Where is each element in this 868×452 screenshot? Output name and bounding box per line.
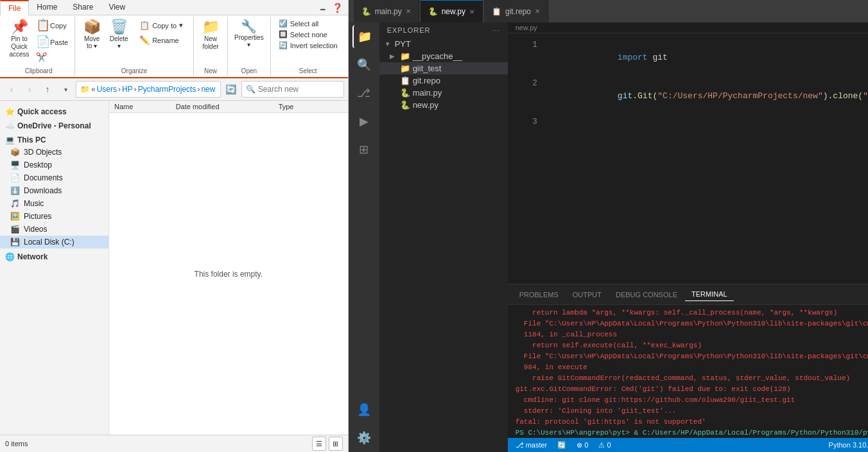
delete-button[interactable]: 🗑️ Delete ▾ [106,18,132,51]
code-editor[interactable]: 1 import git 2 git.Git("C:/Users/HP/Pych… [508,33,868,284]
move-to-button[interactable]: 📦 Move to ▾ [79,18,105,51]
search-input[interactable] [258,85,340,94]
breadcrumb-new-py[interactable]: new.py [516,24,537,31]
new-folder-icon: 📁 [202,20,220,34]
sidebar-item-local-disk[interactable]: 💾 Local Disk (C:) [0,236,108,248]
select-all-button[interactable]: ☑️ Select all [275,18,342,29]
account-activity[interactable]: 👤 [352,398,376,421]
close-git-repo[interactable]: ✕ [535,8,540,15]
col-name[interactable]: Name [114,103,176,110]
quick-access-icon: ⭐ [5,107,15,116]
sidebar-item-music[interactable]: 🎵 Music [0,197,108,210]
col-date[interactable]: Date modified [176,103,279,110]
terminal-line: git.exc.GitCommandError: Cmd('git') fail… [516,384,868,395]
extensions-activity[interactable]: ⊞ [352,138,376,161]
python-version[interactable]: Python 3.10.6 64-bit [826,441,868,449]
sidebar-item-pictures[interactable]: 🖼️ Pictures [0,210,108,223]
tab-terminal[interactable]: TERMINAL [685,288,734,301]
tab-output[interactable]: OUTPUT [566,288,608,301]
properties-button[interactable]: 🔧 Properties ▾ [232,18,266,50]
copy-to-button[interactable]: 📋 Copy to ▾ [135,19,187,31]
desktop-icon: 🖥️ [10,161,20,170]
tree-git-repo[interactable]: 📋 git.repo [379,74,508,87]
sidebar-item-documents[interactable]: 📄 Documents [0,171,108,184]
col-type[interactable]: Type [279,103,343,110]
documents-icon: 📄 [10,173,20,182]
network-header[interactable]: 🌐 Network [0,248,108,263]
open-group: 🔧 Properties ▾ Open [228,17,271,76]
tab-problems[interactable]: PROBLEMS [513,288,565,301]
quick-access-header[interactable]: ⭐ Quick access [0,103,108,117]
refresh-button[interactable]: 🔄 [223,82,239,97]
terminal-tabs: PROBLEMS OUTPUT DEBUG CONSOLE TERMINAL 2… [508,284,868,305]
search-icon: 🔍 [246,85,256,94]
pin-to-quick-access-button[interactable]: 📌 Pin to Quickaccess [6,18,32,60]
item-count: 0 items [5,440,28,448]
this-pc-header[interactable]: 💻 This PC [0,132,108,146]
explorer-activity[interactable]: 📁 [352,25,376,48]
warnings-badge[interactable]: ⚠ 0 [596,441,613,449]
onedrive-icon: ☁️ [5,121,15,130]
terminal-line: fatal: protocol 'git:https' is not suppo… [516,417,868,428]
new-label: New [194,67,227,74]
tree-new-py[interactable]: 🐍 new.py [379,99,508,111]
sidebar-item-desktop[interactable]: 🖥️ Desktop [0,159,108,171]
back-button[interactable]: ‹ [4,82,19,97]
sync-icon[interactable]: 🔄 [555,441,569,449]
rename-icon: ✏️ [139,35,150,45]
paste-button[interactable]: 📄 Paste [33,35,71,50]
help-icon[interactable]: ❓ [329,3,345,13]
invert-selection-button[interactable]: 🔄 Invert selection [275,40,342,51]
onedrive-header[interactable]: ☁️ OneDrive - Personal [0,117,108,132]
pictures-icon: 🖼️ [10,212,20,221]
recent-button[interactable]: ▾ [58,82,73,97]
sidebar-item-downloads[interactable]: ⬇️ Downloads [0,184,108,197]
large-icons-view-button[interactable]: ⊞ [329,437,343,451]
sidebar-item-3d-objects[interactable]: 📦 3D Objects [0,146,108,159]
tab-debug-console[interactable]: DEBUG CONSOLE [609,288,684,301]
vscode-body: 📁 🔍 ⎇ ▶ ⊞ 👤 ⚙️ EXPLORER ··· ▼ [349,22,868,452]
tree-root[interactable]: ▼ PYT [379,38,508,50]
explorer-more-button[interactable]: ··· [492,26,499,34]
cut-button[interactable]: ✂️ [33,51,71,64]
tree-main-py[interactable]: 🐍 main.py [379,87,508,99]
terminal-body[interactable]: return lambda *args, **kwargs: self._cal… [508,305,868,438]
tab-git-repo[interactable]: 📋 git.repo ✕ [484,0,548,22]
forward-button[interactable]: › [22,82,37,97]
sidebar-item-videos[interactable]: 🎬 Videos [0,223,108,236]
settings-activity[interactable]: ⚙️ [352,426,376,449]
run-activity[interactable]: ▶ [352,110,376,133]
tab-home[interactable]: Home [29,0,65,15]
address-path[interactable]: 📁 « Users › HP › PycharmProjects › new [76,81,221,98]
3d-objects-icon: 📦 [10,148,20,157]
tab-share[interactable]: Share [65,0,101,15]
up-button[interactable]: ↑ [40,82,55,97]
search-box[interactable]: 🔍 [241,81,344,98]
search-activity[interactable]: 🔍 [352,53,376,76]
terminal-line: File "C:\Users\HP\AppData\Local\Programs… [516,351,868,362]
git-branch[interactable]: ⎇ master [513,441,550,449]
local-disk-icon: 💾 [10,238,20,247]
tab-file[interactable]: File [0,0,29,15]
ribbon-minimize[interactable]: 🗕 [317,3,329,12]
errors-badge[interactable]: ⊗ 0 [574,441,591,449]
tree-pycache[interactable]: ▶ 📁 __pycache__ [379,50,508,62]
git-activity[interactable]: ⎇ [352,82,376,105]
vscode-status-bar: ⎇ master 🔄 ⊗ 0 ⚠ 0 Python 3.10.6 64-bit … [508,438,868,452]
tab-main-py[interactable]: 🐍 main.py ✕ [354,0,419,22]
tab-new-py[interactable]: 🐍 new.py ✕ [421,0,483,22]
new-folder-button[interactable]: 📁 Newfolder [198,18,223,53]
close-main-py[interactable]: ✕ [406,8,411,15]
editor-area: new.py 1 import git 2 git.Git("C:/Users/… [508,22,868,452]
details-view-button[interactable]: ☰ [312,437,326,451]
copy-button[interactable]: 📋 Copy [33,18,71,33]
select-none-button[interactable]: 🔲 Select none [275,29,342,40]
tab-view[interactable]: View [101,0,133,15]
close-new-py[interactable]: ✕ [469,8,474,15]
terminal-line: stderr: 'Cloning into 'giit_test'... [516,406,868,417]
tree-giit-test[interactable]: 📁 giit_test [379,62,508,74]
rename-button[interactable]: ✏️ Rename [135,34,187,46]
invert-icon: 🔄 [279,41,288,49]
file-list: Name Date modified Type This folder is e… [109,101,348,435]
pin-icon: 📌 [11,20,28,34]
